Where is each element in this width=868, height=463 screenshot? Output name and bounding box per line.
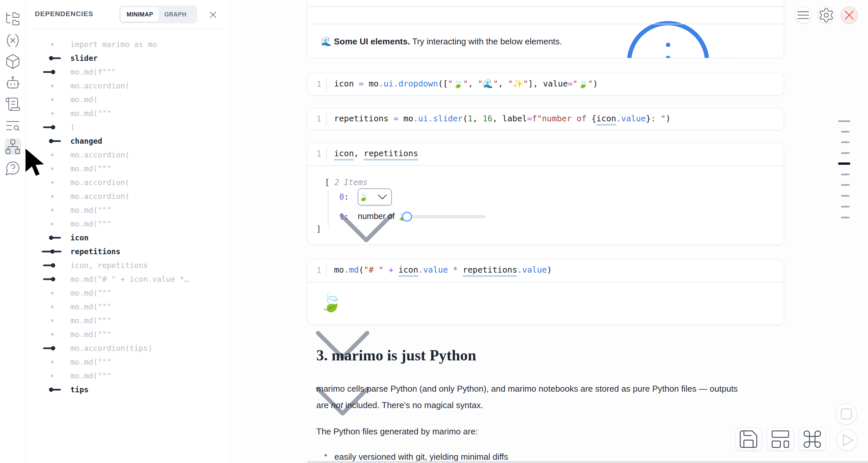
variables-button[interactable]: [5, 32, 21, 49]
code-token: ,: [498, 79, 508, 89]
minimap-row-label: mo.md(""": [70, 289, 224, 297]
cell-dropdown-code[interactable]: 1 icon = mo.ui.dropdown(["🍃", "🌊", "✨"],…: [307, 73, 784, 95]
save-notebook-button[interactable]: [735, 428, 762, 451]
line-number: 1: [312, 115, 326, 124]
line-number: 1: [312, 80, 326, 89]
settings-button[interactable]: [818, 7, 835, 24]
code-token: .: [413, 114, 418, 123]
command-icon: [799, 428, 825, 450]
code-token: ui: [384, 79, 394, 89]
minimap-row[interactable]: mo.md(""": [26, 355, 229, 369]
help-button[interactable]: [5, 160, 21, 176]
layout-icon: [767, 428, 794, 450]
scroll-mark[interactable]: [841, 184, 849, 186]
scroll-mark[interactable]: [841, 206, 849, 208]
minimap-row[interactable]: slider: [26, 51, 229, 65]
minimap-row[interactable]: mo.md(""": [26, 203, 229, 217]
minimap-row[interactable]: import marimo as mo: [26, 37, 229, 51]
scroll-mark[interactable]: [841, 217, 849, 218]
code-token: (: [359, 265, 364, 275]
scroll-mark[interactable]: [841, 174, 849, 175]
minimap-row[interactable]: mo.accordion(: [26, 148, 229, 162]
cell-markdown-intro[interactable]: 1 mo.md("🌊 **Some UI elements.** Try int…: [307, 0, 784, 58]
scroll-mark[interactable]: [841, 142, 849, 143]
minimap-row[interactable]: mo.md(""": [26, 369, 229, 383]
minimap-row[interactable]: mo.md(""": [26, 106, 229, 120]
minimap-row[interactable]: mo.md(: [26, 93, 229, 106]
run-all-button[interactable]: [836, 429, 858, 451]
cell-marker-icon: [42, 203, 63, 217]
tab-graph[interactable]: GRAPH: [159, 7, 192, 22]
minimap-row[interactable]: repetitions: [26, 245, 229, 258]
minimap-row[interactable]: mo.md(f""": [26, 65, 229, 79]
cell-tuple-output[interactable]: 1 icon, repetitions [ 2 Items 0: 🍃 1: nu…: [307, 143, 784, 245]
stop-square-icon: [836, 404, 857, 424]
minimap-row[interactable]: mo.md(""": [26, 314, 229, 328]
code-token: "🌊": [478, 79, 498, 89]
packages-button[interactable]: [5, 53, 21, 70]
minimap-row[interactable]: mo.accordion(: [26, 79, 229, 93]
dependencies-button[interactable]: [5, 138, 21, 155]
dependency-marker-icon: [42, 245, 63, 258]
minimap-row[interactable]: mo.md(""": [26, 328, 229, 341]
minimap-row[interactable]: mo.md(""": [26, 217, 229, 231]
slider-track[interactable]: [406, 215, 486, 218]
scroll-mark-current[interactable]: [838, 162, 850, 165]
scroll-mark[interactable]: [841, 195, 849, 197]
cell-slider-code[interactable]: 1 repetitions = mo.ui.slider(1, 16, labe…: [307, 108, 784, 130]
minimap-row[interactable]: mo.md(""": [26, 286, 229, 300]
hamburger-menu-icon: [795, 7, 811, 23]
play-icon: [836, 430, 857, 451]
slider-thumb[interactable]: [402, 212, 412, 222]
code-token: "🍃": [573, 79, 593, 89]
code-line[interactable]: icon = mo.ui.dropdown(["🍃", "🌊", "✨"], v…: [334, 79, 598, 89]
code-line[interactable]: mo.md("# " + icon.value * repetitions.va…: [334, 265, 552, 275]
snippets-search-button[interactable]: [5, 117, 21, 134]
cell-marker-icon: [42, 217, 63, 231]
minimap-row-label: mo.md(""": [70, 358, 224, 366]
horizontal-scrollbar[interactable]: [307, 461, 868, 463]
minimap-row[interactable]: mo.md(""": [26, 162, 229, 176]
scroll-mark[interactable]: [838, 120, 850, 122]
scroll-mark[interactable]: [841, 131, 849, 132]
minimap-row[interactable]: mo.accordion(: [26, 189, 229, 203]
keyboard-shortcuts-button[interactable]: [799, 428, 826, 451]
layout-toggle-button[interactable]: [767, 428, 794, 451]
code-token: ): [666, 114, 671, 123]
gear-icon: [818, 7, 834, 23]
minimap-row[interactable]: changed: [26, 134, 229, 148]
tab-minimap[interactable]: MINIMAP: [121, 7, 159, 22]
cell-marker-icon: [42, 314, 63, 328]
code-token: "✨": [508, 79, 528, 89]
shutdown-button[interactable]: [841, 7, 858, 24]
file-explorer-button[interactable]: [5, 10, 21, 27]
minimap-row[interactable]: icon, repetitions: [26, 258, 229, 272]
code-line[interactable]: icon, repetitions: [334, 149, 418, 158]
dependency-marker-icon: [42, 120, 63, 134]
icon-dropdown-select[interactable]: 🍃: [358, 188, 392, 206]
wave-emoji: 🌊: [321, 36, 334, 47]
minimap-row[interactable]: mo.accordion(tips): [26, 341, 229, 355]
cell-marker-icon: [42, 106, 63, 120]
notebook-area: 1 mo.md("🌊 **Some UI elements.** Try int…: [230, 0, 868, 463]
code-token: =: [527, 114, 532, 123]
dependencies-panel-header: DEPENDENCIES MINIMAP GRAPH: [26, 0, 230, 29]
notebook-menu-button[interactable]: [795, 7, 812, 24]
minimap-row[interactable]: tips: [26, 383, 229, 397]
info-icon[interactable]: [616, 10, 720, 58]
minimap-row[interactable]: (: [26, 120, 229, 134]
cell-md-expression[interactable]: 1 mo.md("# " + icon.value * repetitions.…: [307, 259, 784, 325]
code-token: ui: [418, 114, 428, 123]
minimap-row[interactable]: icon: [26, 231, 229, 245]
scroll-mark[interactable]: [841, 152, 849, 154]
stop-kernel-button[interactable]: [836, 403, 857, 425]
minimap-row-label: mo.accordion(: [70, 178, 224, 187]
minimap-row[interactable]: mo.accordion(: [26, 176, 229, 189]
code-line[interactable]: repetitions = mo.ui.slider(1, 16, label=…: [334, 114, 671, 123]
panel-close-button[interactable]: [208, 9, 219, 21]
ai-assistant-button[interactable]: [5, 75, 21, 91]
scroll-icon: [5, 96, 21, 113]
minimap-row[interactable]: mo.md("# " + icon.value *…: [26, 272, 229, 286]
logs-button[interactable]: [5, 96, 21, 113]
minimap-row[interactable]: mo.md(""": [26, 300, 229, 314]
